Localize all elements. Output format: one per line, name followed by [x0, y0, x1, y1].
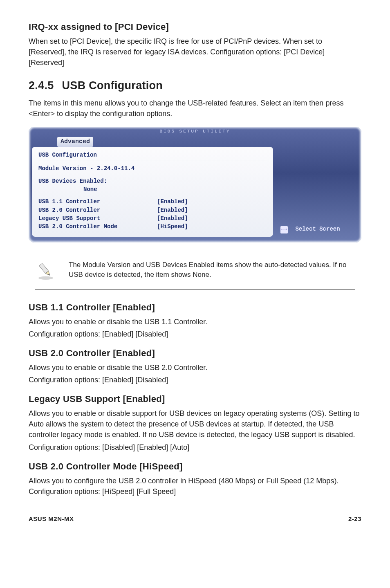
bios-row: USB 2.0 Controller [Enabled]	[38, 206, 267, 214]
irq-body: When set to [PCI Device], the specific I…	[29, 36, 361, 68]
bios-row: USB 1.1 Controller [Enabled]	[38, 197, 267, 206]
bios-main-panel: USB Configuration Module Version - 2.24.…	[32, 147, 273, 236]
pencil-icon	[35, 260, 56, 285]
bios-devices-label: USB Devices Enabled:	[38, 177, 267, 185]
bios-row-label: Legacy USB Support	[38, 214, 157, 222]
bios-row-value: [HiSpeed]	[157, 222, 188, 231]
note-block: The Module Version and USB Devices Enabl…	[35, 255, 355, 290]
svg-point-0	[38, 276, 53, 279]
bios-row-value: [Enabled]	[157, 206, 188, 214]
legacy-opts: Configuration options: [Disabled] [Enabl…	[29, 442, 361, 453]
usb20mode-body: Allows you to configure the USB 2.0 cont…	[29, 476, 361, 497]
bios-row-label: USB 2.0 Controller Mode	[38, 222, 157, 231]
legacy-body: Allows you to enable or disable support …	[29, 408, 361, 440]
usb20-heading: USB 2.0 Controller [Enabled]	[29, 347, 361, 360]
usb11-line2: Configuration options: [Enabled] [Disabl…	[29, 329, 361, 339]
usb11-line1: Allows you to enable or disable the USB …	[29, 316, 361, 327]
bios-title-bar: BIOS SETUP UTILITY	[29, 128, 361, 136]
bios-row-value: [Enabled]	[157, 197, 188, 206]
bios-row-label: USB 2.0 Controller	[38, 206, 157, 214]
section-number: 2.4.5	[29, 79, 54, 92]
arrows-icon: ←→	[280, 226, 288, 233]
bios-help-text: Select Screen	[295, 225, 340, 233]
usb-config-heading: 2.4.5USB Configuration	[29, 78, 361, 94]
bios-row: Legacy USB Support [Enabled]	[38, 214, 267, 222]
footer-left: ASUS M2N-MX	[29, 514, 74, 523]
bios-window: BIOS SETUP UTILITY Advanced USB Configur…	[29, 127, 361, 242]
legacy-heading: Legacy USB Support [Enabled]	[29, 393, 361, 406]
footer-right: 2-23	[348, 514, 361, 523]
usb20-line1: Allows you to enable or disable the USB …	[29, 362, 361, 373]
bios-tab-advanced: Advanced	[57, 137, 93, 147]
bios-row: USB 2.0 Controller Mode [HiSpeed]	[38, 222, 267, 231]
bios-module-version: Module Version - 2.24.0-11.4	[38, 164, 267, 173]
bios-panel-title: USB Configuration	[38, 151, 267, 159]
usb-config-intro: The items in this menu allows you to cha…	[29, 98, 361, 119]
usb20-line2: Configuration options: [Enabled] [Disabl…	[29, 375, 361, 385]
irq-heading: IRQ-xx assigned to [PCI Device]	[29, 20, 361, 34]
usb20mode-heading: USB 2.0 Controller Mode [HiSpeed]	[29, 460, 361, 473]
bios-row-label: USB 1.1 Controller	[38, 197, 157, 206]
bios-row-value: [Enabled]	[157, 214, 188, 222]
bios-devices-value: None	[38, 185, 267, 193]
note-text: The Module Version and USB Devices Enabl…	[69, 260, 355, 280]
section-title: USB Configuration	[62, 79, 163, 92]
bios-help-panel: ←→ Select Screen	[276, 147, 358, 236]
usb11-heading: USB 1.1 Controller [Enabled]	[29, 301, 361, 314]
page-footer: ASUS M2N-MX 2-23	[29, 511, 361, 523]
